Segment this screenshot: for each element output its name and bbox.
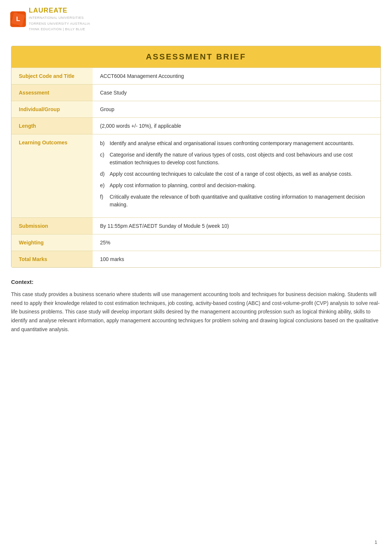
row-label: Assessment (11, 84, 93, 101)
outcome-text: Apply cost accounting techniques to calc… (110, 170, 353, 178)
logo-text: LAUREATE INTERNATIONAL UNIVERSITIES TORR… (29, 7, 90, 32)
row-value: Group (93, 101, 381, 117)
table-row: Total Marks100 marks (11, 251, 381, 267)
page-header: L LAUREATE INTERNATIONAL UNIVERSITIES TO… (0, 0, 392, 38)
table-row: SubmissionBy 11:55pm AEST/AEDT Sunday of… (11, 217, 381, 234)
row-value: b)Identify and analyse ethical and organ… (93, 134, 381, 217)
brief-header: ASSESSMENT BRIEF (11, 46, 381, 68)
brief-table: Subject Code and TitleACCT6004 Managemen… (11, 68, 381, 267)
row-value: Case Study (93, 84, 381, 101)
outcome-letter: d) (100, 170, 107, 178)
brief-header-title: ASSESSMENT BRIEF (146, 52, 246, 61)
outcome-letter: c) (100, 151, 107, 167)
learning-outcomes-list: b)Identify and analyse ethical and organ… (100, 140, 373, 209)
outcome-letter: b) (100, 140, 107, 147)
table-row: Individual/GroupGroup (11, 101, 381, 117)
list-item: c)Categorise and identify the nature of … (100, 151, 373, 167)
row-label: Total Marks (11, 251, 93, 267)
outcome-text: Categorise and identify the nature of va… (110, 151, 373, 167)
row-value: 100 marks (93, 251, 381, 267)
table-row: Subject Code and TitleACCT6004 Managemen… (11, 68, 381, 84)
row-value: By 11:55pm AEST/AEDT Sunday of Module 5 … (93, 217, 381, 234)
row-value: ACCT6004 Management Accounting (93, 68, 381, 84)
row-label: Length (11, 117, 93, 134)
logo-subtitle-3: THINK EDUCATION | BILLY BLUE (29, 27, 90, 32)
row-value: (2,000 words +/- 10%), if applicable (93, 117, 381, 134)
table-row: AssessmentCase Study (11, 84, 381, 101)
outcome-text: Identify and analyse ethical and organis… (110, 140, 354, 147)
logo-icon: L (7, 8, 29, 30)
page-number: 1 (375, 539, 377, 545)
list-item: b)Identify and analyse ethical and organ… (100, 140, 373, 147)
row-value: 25% (93, 234, 381, 251)
outcome-text: Critically evaluate the relevance of bot… (110, 193, 373, 209)
svg-text:L: L (16, 15, 20, 23)
row-label: Weighting (11, 234, 93, 251)
row-label: Individual/Group (11, 101, 93, 117)
context-section: Context: This case study provides a busi… (11, 279, 381, 334)
list-item: f)Critically evaluate the relevance of b… (100, 193, 373, 209)
logo-subtitle-2: TORRENS UNIVERSITY AUSTRALIA (29, 21, 90, 26)
table-row: Learning Outcomesb)Identify and analyse … (11, 134, 381, 217)
table-row: Length(2,000 words +/- 10%), if applicab… (11, 117, 381, 134)
outcome-letter: f) (100, 193, 107, 209)
table-row: Weighting25% (11, 234, 381, 251)
logo-title: LAUREATE (29, 7, 90, 14)
outcome-letter: e) (100, 182, 107, 189)
list-item: d)Apply cost accounting techniques to ca… (100, 170, 373, 178)
row-label: Subject Code and Title (11, 68, 93, 84)
logo-subtitle-1: INTERNATIONAL UNIVERSITIES (29, 16, 90, 20)
context-heading: Context: (11, 279, 381, 285)
assessment-brief-container: ASSESSMENT BRIEF Subject Code and TitleA… (11, 46, 381, 268)
list-item: e)Apply cost information to planning, co… (100, 182, 373, 189)
row-label: Learning Outcomes (11, 134, 93, 217)
row-label: Submission (11, 217, 93, 234)
context-body: This case study provides a business scen… (11, 290, 381, 334)
outcome-text: Apply cost information to planning, cont… (110, 182, 256, 189)
